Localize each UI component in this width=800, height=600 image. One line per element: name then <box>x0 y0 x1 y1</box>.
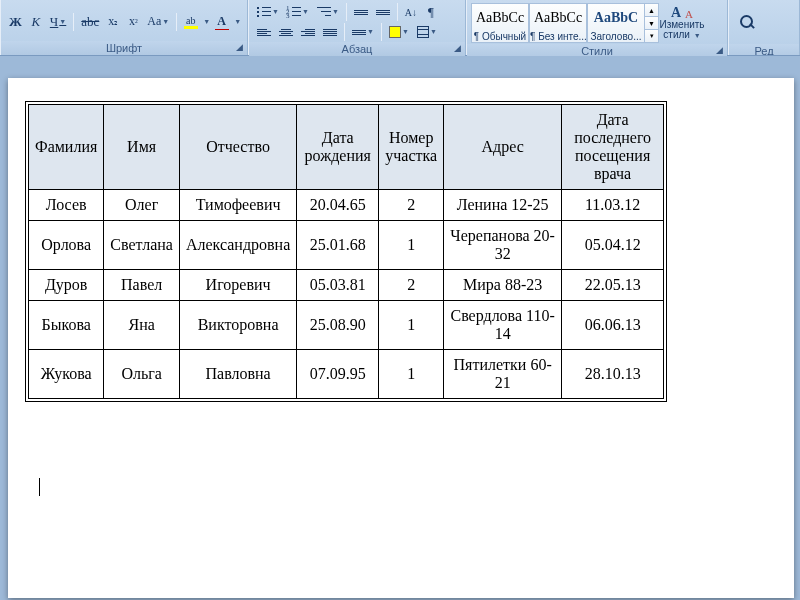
style-item-heading[interactable]: AaBbC Заголово... <box>587 3 645 43</box>
cell[interactable]: 20.04.65 <box>297 190 379 221</box>
cell[interactable]: Викторовна <box>179 301 296 350</box>
group-label-paragraph: Абзац ◢ <box>249 42 465 56</box>
cell[interactable]: Быкова <box>29 301 104 350</box>
cell[interactable]: Ленина 12-25 <box>444 190 562 221</box>
cell[interactable]: Светлана <box>104 221 180 270</box>
styles-gallery[interactable]: AaBbCc ¶ Обычный AaBbCc ¶ Без инте... Aa… <box>471 3 659 43</box>
header-address[interactable]: Адрес <box>444 105 562 190</box>
table-row[interactable]: Быкова Яна Викторовна 25.08.90 1 Свердло… <box>29 301 664 350</box>
group-label-editing: Ред <box>729 44 799 55</box>
change-styles-icon <box>671 5 693 20</box>
show-marks-button[interactable]: ¶ <box>421 2 441 22</box>
cell[interactable]: Лосев <box>29 190 104 221</box>
cell[interactable]: Олег <box>104 190 180 221</box>
gallery-scroll[interactable]: ▲ ▼ ▾ <box>645 3 659 43</box>
cell[interactable]: Тимофеевич <box>179 190 296 221</box>
cell[interactable]: Мира 88-23 <box>444 270 562 301</box>
cell[interactable]: 25.08.90 <box>297 301 379 350</box>
align-left-button[interactable] <box>253 22 275 42</box>
sort-button[interactable]: A↓ <box>401 2 421 22</box>
change-styles-button[interactable]: Изменить стили ▼ <box>659 2 705 44</box>
cell[interactable]: Яна <box>104 301 180 350</box>
cell[interactable]: Черепанова 20-32 <box>444 221 562 270</box>
highlight-dropdown[interactable]: ▼ <box>201 12 211 32</box>
ribbon-group-styles: AaBbCc ¶ Обычный AaBbCc ¶ Без инте... Aa… <box>466 0 728 55</box>
document-workspace: Фамилия Имя Отчество Дата рождения Номер… <box>0 56 800 600</box>
highlight-button[interactable]: ab <box>180 12 201 32</box>
shading-button[interactable]: ▼ <box>385 22 413 42</box>
line-spacing-button[interactable]: ▼ <box>348 22 378 42</box>
cell[interactable]: Александровна <box>179 221 296 270</box>
cell[interactable]: 05.03.81 <box>297 270 379 301</box>
strikethrough-button[interactable]: abc <box>77 12 103 32</box>
ribbon-group-paragraph: ▼ 123▼ ▼ A↓ ¶ ▼ <box>248 0 466 55</box>
cell[interactable]: Свердлова 110-14 <box>444 301 562 350</box>
ribbon-group-font: Ж К Ч▼ abc x x Aa▼ ab ▼ A ▼ Шрифт ◢ <box>0 0 248 55</box>
ribbon-group-editing: Ред <box>728 0 800 55</box>
styles-dialog-launcher-icon[interactable]: ◢ <box>713 44 725 56</box>
bold-button[interactable]: Ж <box>5 12 26 32</box>
increase-indent-button[interactable] <box>372 2 394 22</box>
borders-button[interactable]: ▼ <box>413 22 441 42</box>
cell[interactable]: 11.03.12 <box>562 190 664 221</box>
table-row[interactable]: Дуров Павел Игоревич 05.03.81 2 Мира 88-… <box>29 270 664 301</box>
table-row[interactable]: Орлова Светлана Александровна 25.01.68 1… <box>29 221 664 270</box>
gallery-more-icon[interactable]: ▾ <box>645 30 658 42</box>
multilevel-list-button[interactable]: ▼ <box>313 2 343 22</box>
cell[interactable]: 1 <box>379 350 444 399</box>
header-name[interactable]: Имя <box>104 105 180 190</box>
cell[interactable]: 06.06.13 <box>562 301 664 350</box>
find-button[interactable] <box>733 2 763 44</box>
patients-table[interactable]: Фамилия Имя Отчество Дата рождения Номер… <box>28 104 664 399</box>
table-header-row: Фамилия Имя Отчество Дата рождения Номер… <box>29 105 664 190</box>
font-dialog-launcher-icon[interactable]: ◢ <box>233 41 245 53</box>
style-item-normal[interactable]: AaBbCc ¶ Обычный <box>471 3 529 43</box>
paragraph-dialog-launcher-icon[interactable]: ◢ <box>451 42 463 54</box>
header-last-visit[interactable]: Дата последнего посещения врача <box>562 105 664 190</box>
find-icon <box>739 14 757 32</box>
decrease-indent-button[interactable] <box>350 2 372 22</box>
cell[interactable]: 07.09.95 <box>297 350 379 399</box>
gallery-up-icon[interactable]: ▲ <box>645 4 658 17</box>
cell[interactable]: 28.10.13 <box>562 350 664 399</box>
table-row[interactable]: Лосев Олег Тимофеевич 20.04.65 2 Ленина … <box>29 190 664 221</box>
document-page[interactable]: Фамилия Имя Отчество Дата рождения Номер… <box>8 78 794 598</box>
text-cursor <box>39 478 40 496</box>
group-label-font: Шрифт ◢ <box>1 41 247 55</box>
header-surname[interactable]: Фамилия <box>29 105 104 190</box>
cell[interactable]: Павел <box>104 270 180 301</box>
header-district[interactable]: Номер участка <box>379 105 444 190</box>
header-birthdate[interactable]: Дата рождения <box>297 105 379 190</box>
cell[interactable]: 2 <box>379 190 444 221</box>
align-center-button[interactable] <box>275 22 297 42</box>
cell[interactable]: 05.04.12 <box>562 221 664 270</box>
font-color-dropdown[interactable]: ▼ <box>232 12 242 32</box>
style-item-no-spacing[interactable]: AaBbCc ¶ Без инте... <box>529 3 587 43</box>
cell[interactable]: Пятилетки 60-21 <box>444 350 562 399</box>
align-right-button[interactable] <box>297 22 319 42</box>
cell[interactable]: 22.05.13 <box>562 270 664 301</box>
table-row[interactable]: Жукова Ольга Павловна 07.09.95 1 Пятилет… <box>29 350 664 399</box>
ribbon: Ж К Ч▼ abc x x Aa▼ ab ▼ A ▼ Шрифт ◢ ▼ <box>0 0 800 56</box>
cell[interactable]: Павловна <box>179 350 296 399</box>
cell[interactable]: 25.01.68 <box>297 221 379 270</box>
superscript-button[interactable]: x <box>123 12 143 32</box>
cell[interactable]: Жукова <box>29 350 104 399</box>
cell[interactable]: Орлова <box>29 221 104 270</box>
bullets-button[interactable]: ▼ <box>253 2 283 22</box>
cell[interactable]: Ольга <box>104 350 180 399</box>
numbering-button[interactable]: 123▼ <box>283 2 313 22</box>
change-case-button[interactable]: Aa▼ <box>143 12 173 32</box>
justify-button[interactable] <box>319 22 341 42</box>
header-patronymic[interactable]: Отчество <box>179 105 296 190</box>
cell[interactable]: Игоревич <box>179 270 296 301</box>
cell[interactable]: 2 <box>379 270 444 301</box>
subscript-button[interactable]: x <box>103 12 123 32</box>
underline-button[interactable]: Ч▼ <box>46 12 70 32</box>
cell[interactable]: 1 <box>379 301 444 350</box>
gallery-down-icon[interactable]: ▼ <box>645 17 658 30</box>
italic-button[interactable]: К <box>26 12 46 32</box>
font-color-button[interactable]: A <box>211 12 232 32</box>
cell[interactable]: 1 <box>379 221 444 270</box>
cell[interactable]: Дуров <box>29 270 104 301</box>
